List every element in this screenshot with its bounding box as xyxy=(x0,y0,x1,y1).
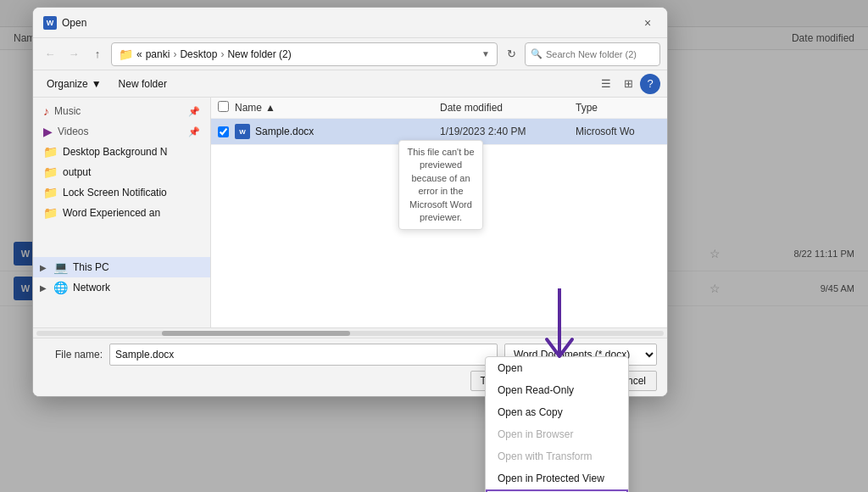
videos-icon: ▶ xyxy=(43,125,53,138)
sidebar-item-label: Network xyxy=(73,282,110,294)
filelist-header: Name ▲ Date modified Type xyxy=(211,98,667,119)
search-input[interactable] xyxy=(546,49,654,59)
sidebar-item-network[interactable]: ▶ 🌐 Network xyxy=(33,277,210,298)
view-icon-button[interactable]: ⊞ xyxy=(618,74,638,94)
back-button[interactable]: ← xyxy=(40,44,60,64)
nav-path-desktop: Desktop xyxy=(180,48,217,60)
nav-path-chevron: ▼ xyxy=(481,49,490,59)
nav-path-segment1: « xyxy=(136,48,142,60)
sidebar-item-label: Music xyxy=(54,105,81,117)
organize-chevron: ▼ xyxy=(92,78,102,90)
scroll-thumb[interactable] xyxy=(162,331,350,336)
sidebar-item-music[interactable]: ♪ Music 📌 xyxy=(33,101,210,121)
horizontal-scrollbar[interactable] xyxy=(33,327,667,338)
sidebar-item-label: output xyxy=(63,166,91,178)
chevron-icon: ▶ xyxy=(40,283,47,293)
menu-item-open-transform: Open with Transform xyxy=(486,445,628,467)
folder-icon: 📁 xyxy=(43,206,58,220)
dialog-title: Open xyxy=(62,17,638,29)
file-date: 1/19/2023 2:40 PM xyxy=(440,126,576,137)
close-button[interactable]: × xyxy=(638,14,657,32)
select-all-checkbox[interactable] xyxy=(218,101,235,115)
file-type: Microsoft Wo xyxy=(576,126,660,137)
music-icon: ♪ xyxy=(43,104,49,118)
new-folder-label: New folder xyxy=(119,78,167,90)
col-type[interactable]: Type xyxy=(576,102,660,114)
menu-item-open-protected[interactable]: Open in Protected View xyxy=(486,467,628,489)
col-name[interactable]: Name ▲ xyxy=(235,102,440,114)
menu-item-open-copy[interactable]: Open as Copy xyxy=(486,401,628,423)
sidebar-item-label: This PC xyxy=(73,261,109,273)
file-name: Sample.docx xyxy=(255,126,440,137)
refresh-button[interactable]: ↻ xyxy=(501,44,521,64)
organize-label: Organize xyxy=(47,78,88,90)
sidebar-item-videos[interactable]: ▶ Videos 📌 xyxy=(33,121,210,142)
nav-path-panki: panki xyxy=(146,48,170,60)
sidebar-item-this-pc[interactable]: ▶ 💻 This PC xyxy=(33,257,210,277)
menu-item-open[interactable]: Open xyxy=(486,357,628,379)
sidebar-item-label: Videos xyxy=(58,126,88,137)
sidebar-item-label: Desktop Background N xyxy=(63,146,167,158)
sidebar-item-desktop-bg[interactable]: 📁 Desktop Background N xyxy=(33,142,210,162)
dialog-toolbar: Organize ▼ New folder ☰ ⊞ ? xyxy=(33,70,667,98)
dialog-sidebar: ♪ Music 📌 ▶ Videos 📌 📁 Desktop Backgroun… xyxy=(33,98,211,327)
col-date[interactable]: Date modified xyxy=(440,102,576,114)
nav-path-folder: New folder (2) xyxy=(227,48,291,60)
open-dialog: W Open × ← → ↑ 📁 « panki › Desktop › New… xyxy=(32,7,668,397)
nav-path[interactable]: 📁 « panki › Desktop › New folder (2) ▼ xyxy=(111,42,498,66)
sidebar-item-output[interactable]: 📁 output xyxy=(33,162,210,182)
menu-item-open-browser: Open in Browser xyxy=(486,423,628,445)
pin-icon: 📌 xyxy=(188,126,200,137)
folder-icon: 📁 xyxy=(43,145,58,159)
word-file-icon: W xyxy=(235,124,250,139)
sidebar-item-word-experienced[interactable]: 📁 Word Experienced an xyxy=(33,203,210,223)
preview-tooltip-text: This file can't be previewed because of … xyxy=(407,147,474,222)
folder-icon: 📁 xyxy=(43,186,58,199)
search-icon: 🔍 xyxy=(531,48,542,59)
sort-arrow: ▲ xyxy=(265,102,275,114)
preview-tooltip: This file can't be previewed because of … xyxy=(398,140,483,230)
sidebar-item-label: Word Experienced an xyxy=(63,207,160,219)
scroll-track[interactable] xyxy=(36,331,664,336)
forward-button[interactable]: → xyxy=(64,44,84,64)
organize-button[interactable]: Organize ▼ xyxy=(40,76,108,92)
folder-icon: 📁 xyxy=(119,48,133,61)
new-folder-button[interactable]: New folder xyxy=(112,76,174,92)
col-name-label: Name xyxy=(235,102,262,114)
folder-icon: 📁 xyxy=(43,165,58,179)
dialog-main: ♪ Music 📌 ▶ Videos 📌 📁 Desktop Backgroun… xyxy=(33,98,667,327)
row-checkbox[interactable] xyxy=(218,126,235,137)
nav-path-sep2: › xyxy=(220,48,224,60)
filename-input[interactable] xyxy=(109,344,498,366)
pin-icon: 📌 xyxy=(188,106,200,117)
sidebar-item-label: Lock Screen Notificatio xyxy=(63,187,167,198)
menu-item-open-readonly[interactable]: Open Read-Only xyxy=(486,379,628,401)
toolbar-icons: ☰ ⊞ ? xyxy=(596,74,660,94)
search-box[interactable]: 🔍 xyxy=(525,42,660,66)
sidebar-item-lock-screen[interactable]: 📁 Lock Screen Notificatio xyxy=(33,182,210,203)
dialog-navbar: ← → ↑ 📁 « panki › Desktop › New folder (… xyxy=(33,38,667,70)
dialog-titlebar: W Open × xyxy=(33,8,667,38)
network-icon: 🌐 xyxy=(53,281,68,294)
open-menu: Open Open Read-Only Open as Copy Open in… xyxy=(485,356,629,492)
word-icon: W xyxy=(43,16,57,30)
up-button[interactable]: ↑ xyxy=(87,44,108,64)
view-toggle-button[interactable]: ☰ xyxy=(596,74,616,94)
help-button[interactable]: ? xyxy=(640,74,660,94)
pc-icon: 💻 xyxy=(53,260,68,274)
nav-path-sep: › xyxy=(173,48,176,60)
filename-label: File name: xyxy=(43,349,103,361)
chevron-icon: ▶ xyxy=(40,263,47,272)
